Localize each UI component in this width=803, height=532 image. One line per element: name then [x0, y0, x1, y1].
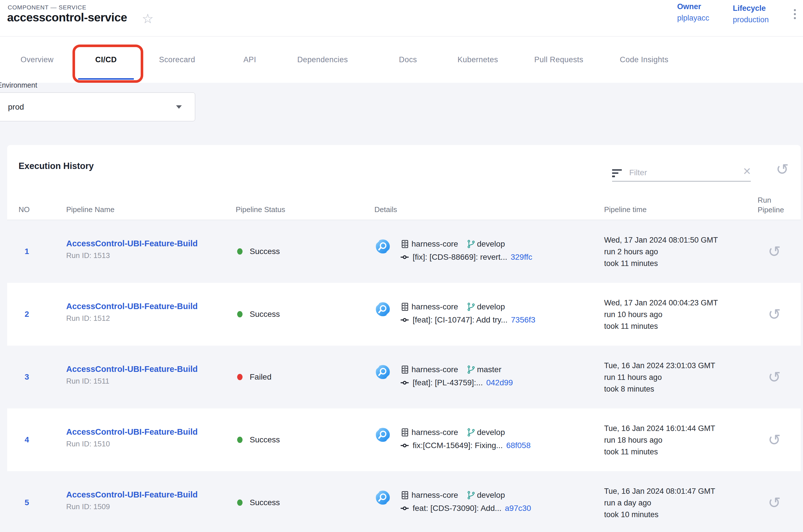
run-id: Run ID: 1510 — [66, 439, 198, 449]
pipeline-name-cell: AccessControl-UBI-Feature-Build Run ID: … — [66, 490, 198, 511]
ci-pipeline-icon — [376, 491, 390, 505]
branch-name: develop — [477, 302, 505, 311]
repo-name: harness-core — [412, 428, 458, 437]
time-duration: took 11 minutes — [604, 258, 718, 269]
table-row: 1 AccessControl-UBI-Feature-Build Run ID… — [7, 220, 801, 283]
branch-name: develop — [477, 240, 505, 249]
run-pipeline-icon[interactable]: ↺ — [768, 432, 781, 448]
table-row: 2 AccessControl-UBI-Feature-Build Run ID… — [7, 283, 801, 346]
pipeline-name-cell: AccessControl-UBI-Feature-Build Run ID: … — [66, 427, 198, 449]
run-id: Run ID: 1513 — [66, 251, 198, 260]
commit-sha-link[interactable]: a97c30 — [505, 504, 531, 513]
details-cell: harness-core develop [fix]: [CDS-88669]:… — [400, 238, 532, 263]
commit-message: [fix]: [CDS-88669]: revert... — [413, 252, 507, 262]
tab-pull-requests[interactable]: Pull Requests — [517, 37, 600, 83]
commit-sha-link[interactable]: 7356f3 — [511, 316, 536, 324]
owner-link[interactable]: plplayacc — [677, 14, 709, 22]
status-label: Success — [250, 498, 280, 507]
pipeline-name-link[interactable]: AccessControl-UBI-Feature-Build — [66, 239, 198, 248]
git-branch-icon — [466, 491, 476, 500]
details-cell: harness-core master [feat]: [PL-43759]:.… — [400, 364, 513, 388]
pipeline-name-link[interactable]: AccessControl-UBI-Feature-Build — [66, 490, 198, 499]
tab-ci-cd[interactable]: CI/CD — [78, 37, 134, 83]
pipeline-time-cell: Tue, 16 Jan 2024 23:01:03 GMT run 11 hou… — [604, 360, 715, 395]
status-dot — [237, 374, 243, 380]
owner-label: Owner — [677, 2, 709, 11]
kebab-menu-icon[interactable] — [794, 9, 796, 19]
tab-docs[interactable]: Docs — [382, 37, 434, 83]
tab-kubernetes[interactable]: Kubernetes — [440, 37, 515, 83]
git-commit-icon — [400, 441, 409, 450]
commit-line: [fix]: [CDS-88669]: revert... 329ffc — [400, 251, 532, 263]
status-dot — [237, 248, 243, 254]
col-run-pipeline: Run Pipeline — [758, 195, 786, 215]
tab-code-insights[interactable]: Code Insights — [603, 37, 685, 83]
pipeline-name-link[interactable]: AccessControl-UBI-Feature-Build — [66, 302, 198, 311]
status-label: Failed — [250, 373, 271, 382]
pipeline-name-link[interactable]: AccessControl-UBI-Feature-Build — [66, 364, 198, 374]
environment-selected-value: prod — [8, 102, 24, 112]
run-pipeline-icon[interactable]: ↺ — [768, 306, 781, 322]
repo-name: harness-core — [412, 302, 458, 311]
git-branch-icon — [466, 240, 476, 249]
environment-select[interactable]: prod — [0, 93, 195, 121]
tab-label: API — [244, 55, 256, 64]
entity-header: COMPONENT — SERVICE accesscontrol-servic… — [0, 0, 803, 37]
run-id: Run ID: 1511 — [66, 377, 198, 385]
pipeline-name-cell: AccessControl-UBI-Feature-Build Run ID: … — [66, 364, 198, 385]
pipeline-time-cell: Wed, 17 Jan 2024 08:01:50 GMT run 2 hour… — [604, 234, 718, 269]
repository-icon — [400, 365, 410, 375]
details-cell: harness-core develop feat: [CDS-73090]: … — [400, 490, 531, 514]
time-absolute: Tue, 16 Jan 2024 16:01:44 GMT — [604, 423, 715, 434]
execution-history-card: Execution History × ↺ NO Pipeline Name P… — [7, 145, 801, 532]
tab-scorecard[interactable]: Scorecard — [142, 37, 212, 83]
table-row: 5 AccessControl-UBI-Feature-Build Run ID… — [7, 471, 801, 532]
tab-label: Overview — [21, 55, 54, 64]
commit-sha-link[interactable]: 042d99 — [486, 378, 513, 387]
pipeline-time-cell: Tue, 16 Jan 2024 08:01:47 GMT run a day … — [604, 486, 715, 520]
commit-sha-link[interactable]: 329ffc — [511, 252, 532, 262]
time-relative: run a day ago — [604, 497, 715, 509]
pipeline-status-cell: Success — [237, 310, 280, 319]
commit-message: [feat]: [CI-10747]: Add try... — [413, 316, 508, 324]
pipeline-name-link[interactable]: AccessControl-UBI-Feature-Build — [66, 427, 198, 437]
commit-line: [feat]: [PL-43759]:... 042d99 — [400, 377, 513, 388]
owner-block: Owner plplayacc — [677, 2, 709, 22]
commit-sha-link[interactable]: 68f058 — [506, 441, 531, 450]
tab-api[interactable]: API — [226, 37, 273, 83]
status-label: Success — [250, 310, 280, 319]
table-body: 1 AccessControl-UBI-Feature-Build Run ID… — [7, 220, 801, 532]
row-number: 5 — [19, 498, 35, 507]
row-number: 2 — [19, 310, 35, 319]
tab-overview[interactable]: Overview — [3, 37, 71, 83]
tab-label: Code Insights — [620, 55, 668, 64]
time-absolute: Tue, 16 Jan 2024 23:01:03 GMT — [604, 360, 715, 372]
pipeline-time-cell: Wed, 17 Jan 2024 00:04:23 GMT run 10 hou… — [604, 297, 718, 332]
status-dot — [237, 311, 243, 317]
filter-input[interactable] — [629, 168, 721, 177]
time-duration: took 11 minutes — [604, 321, 718, 332]
page-title: accesscontrol-service — [7, 11, 127, 24]
status-label: Success — [250, 435, 280, 444]
tab-dependencies[interactable]: Dependencies — [280, 37, 365, 83]
repository-icon — [400, 302, 410, 312]
run-pipeline-icon[interactable]: ↺ — [768, 244, 781, 259]
repo-branch-line: harness-core develop — [400, 238, 532, 250]
time-relative: run 11 hours ago — [604, 372, 715, 383]
filter-icon — [612, 169, 623, 177]
pipeline-status-cell: Failed — [237, 373, 271, 382]
repo-branch-line: harness-core develop — [400, 490, 531, 501]
col-details: Details — [375, 205, 397, 214]
run-pipeline-icon[interactable]: ↺ — [768, 369, 781, 385]
refresh-icon[interactable]: ↺ — [776, 162, 789, 177]
pipeline-status-cell: Success — [237, 498, 280, 507]
commit-message: feat: [CDS-73090]: Add... — [413, 504, 501, 513]
commit-line: feat: [CDS-73090]: Add... a97c30 — [400, 502, 531, 514]
run-pipeline-icon[interactable]: ↺ — [768, 495, 781, 510]
ci-pipeline-icon — [376, 365, 390, 379]
branch-name: develop — [477, 491, 505, 500]
clear-filter-icon[interactable]: × — [743, 165, 751, 177]
git-branch-icon — [466, 302, 476, 311]
row-number: 4 — [19, 435, 35, 444]
favorite-star-icon[interactable]: ☆ — [142, 12, 154, 25]
